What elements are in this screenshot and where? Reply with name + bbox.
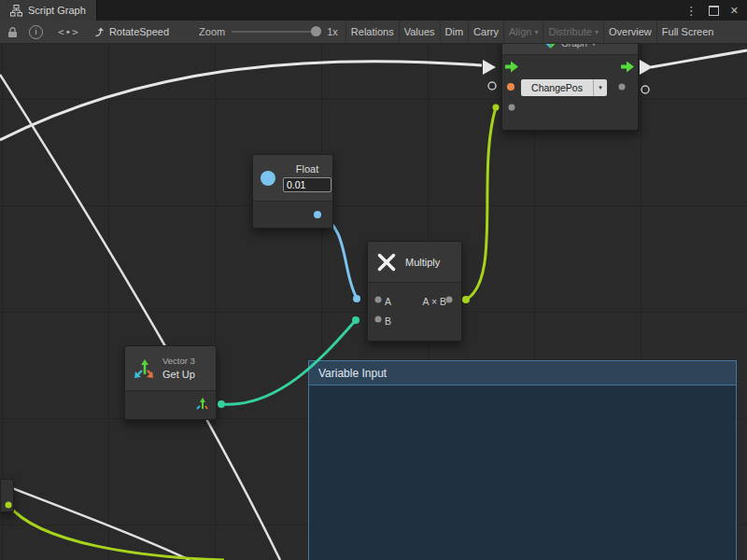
lock-icon[interactable] xyxy=(7,26,18,38)
wire-bottom-white[interactable] xyxy=(0,483,190,560)
connections-icon[interactable]: <∙> xyxy=(58,26,79,38)
close-icon[interactable]: ✕ xyxy=(730,6,739,16)
graph-asset-name[interactable]: RotateSpeed xyxy=(109,26,169,37)
zoom-label: Zoom xyxy=(199,26,225,37)
script-graph-window: Variable Input Graph ▾ ChangePos ▾ Flo xyxy=(0,0,747,560)
multiply-output-endpoint[interactable] xyxy=(462,296,470,303)
wire-bottom-green[interactable] xyxy=(8,505,224,560)
group-header[interactable]: Variable Input xyxy=(309,361,736,385)
vector3-node-title: Get Up xyxy=(162,368,195,381)
vector3-output-endpoint[interactable] xyxy=(218,400,225,408)
dim-button[interactable]: Dim xyxy=(440,21,469,43)
chevron-down-icon: ▾ xyxy=(593,79,607,96)
tab-title: Script Graph xyxy=(28,5,86,16)
wire-flow-in[interactable] xyxy=(0,62,482,140)
zoom-slider-handle[interactable] xyxy=(311,26,321,36)
window-menu-icon[interactable]: ⋮ xyxy=(685,5,698,17)
float-literal-node[interactable]: Float xyxy=(252,154,333,229)
float-type-icon xyxy=(261,171,275,186)
carry-button[interactable]: Carry xyxy=(468,21,503,43)
info-icon[interactable]: i xyxy=(29,25,43,39)
multiply-icon xyxy=(377,253,396,272)
maximize-icon[interactable] xyxy=(709,6,719,16)
float-value-input[interactable] xyxy=(283,177,331,192)
zoom-slider[interactable] xyxy=(232,25,321,38)
variable-name-label: ChangePos xyxy=(521,79,593,96)
vector3-get-up-node[interactable]: Vector 3 Get Up xyxy=(124,345,217,420)
multiply-node-title: Multiply xyxy=(405,257,440,268)
zoom-value: 1x xyxy=(327,26,338,37)
values-button[interactable]: Values xyxy=(399,21,440,43)
multiply-a-endpoint[interactable] xyxy=(353,295,360,302)
set-variable-node[interactable]: Graph ▾ ChangePos ▾ xyxy=(501,32,639,131)
group-title: Variable Input xyxy=(318,367,387,380)
open-port-right[interactable] xyxy=(641,86,649,93)
result-wire-endpoint[interactable] xyxy=(493,105,500,111)
variable-name-dropdown[interactable]: ChangePos ▾ xyxy=(521,79,607,96)
flow-in-port[interactable] xyxy=(505,60,519,74)
flow-arrowhead-in[interactable] xyxy=(483,60,496,75)
vector3-icon xyxy=(133,357,155,380)
relations-button[interactable]: Relations xyxy=(345,21,399,43)
overview-button[interactable]: Overview xyxy=(603,21,656,43)
graph-toolbar: i <∙> RotateSpeed Zoom 1x Relations Valu… xyxy=(0,21,747,44)
distribute-button[interactable]: Distribute▾ xyxy=(543,21,602,43)
multiply-node-header: Multiply xyxy=(368,242,461,283)
chevron-down-icon: ▾ xyxy=(534,28,538,36)
flow-out-port[interactable] xyxy=(621,60,635,74)
float-node-title: Float xyxy=(296,163,318,175)
multiply-node[interactable]: Multiply A A × B B xyxy=(367,241,462,342)
chevron-down-icon: ▾ xyxy=(595,28,599,36)
zoom-slider-track[interactable] xyxy=(232,31,321,33)
flow-arrowhead-out[interactable] xyxy=(640,60,653,75)
wire-multiply-to-setvariable[interactable] xyxy=(466,107,496,300)
tab-script-graph[interactable]: Script Graph xyxy=(0,0,97,21)
float-node-ports xyxy=(253,202,332,228)
float-node-header: Float xyxy=(253,155,332,202)
port-out-label: A × B xyxy=(423,296,446,307)
port-b-label: B xyxy=(385,315,391,327)
wire-diagonal[interactable] xyxy=(0,75,280,560)
vector3-node-header: Vector 3 Get Up xyxy=(125,346,216,391)
window-tab-bar: Script Graph ⋮ ✕ xyxy=(0,0,747,21)
vector3-node-ports xyxy=(125,391,216,419)
wire-flow-out[interactable] xyxy=(651,50,747,67)
open-port-left[interactable] xyxy=(488,82,496,90)
full-screen-button[interactable]: Full Screen xyxy=(656,21,719,43)
graph-asset-icon xyxy=(94,26,105,37)
offscreen-node-stub[interactable] xyxy=(0,479,14,512)
variable-input-group[interactable]: Variable Input xyxy=(308,360,737,560)
vector3-type-label: Vector 3 xyxy=(162,356,195,367)
port-a-label: A xyxy=(385,296,391,307)
script-graph-tab-icon xyxy=(10,5,22,17)
multiply-b-endpoint[interactable] xyxy=(352,316,359,324)
vector3-output-port[interactable] xyxy=(194,397,209,412)
align-button[interactable]: Align▾ xyxy=(503,21,543,43)
